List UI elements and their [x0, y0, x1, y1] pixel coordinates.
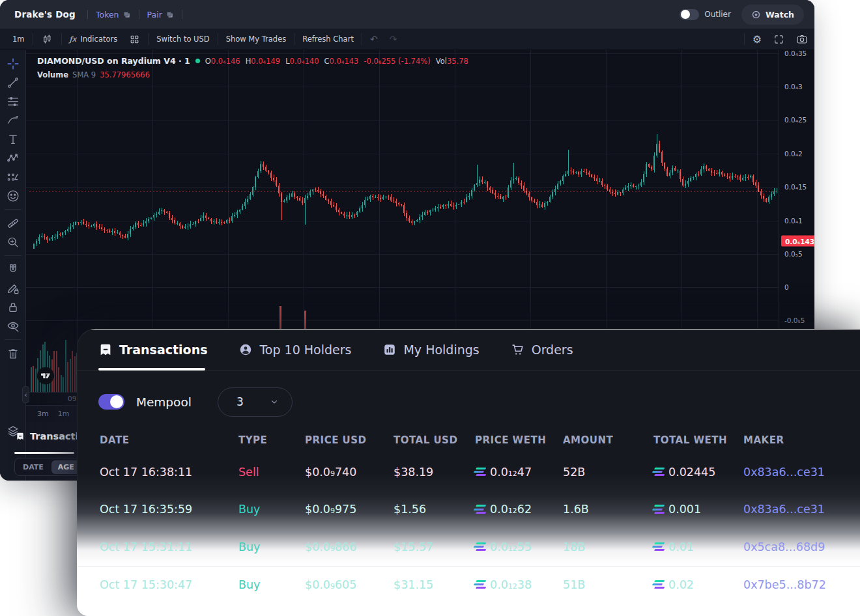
emoji-icon[interactable]	[0, 186, 26, 205]
cell-total-usd: $31.15	[394, 578, 433, 591]
price-tick-label: 0.0₄35	[784, 49, 807, 57]
mempool-count-select[interactable]: 3	[218, 387, 293, 417]
panel-tabs: TransactionsTop 10 HoldersMy HoldingsOrd…	[98, 343, 573, 357]
candles-icon	[41, 33, 53, 46]
xabcd-pattern-icon[interactable]	[0, 148, 26, 167]
price-tick-label: -0.0₅5	[784, 316, 805, 324]
settings-gear-icon[interactable]: ⚙	[747, 33, 767, 46]
date-pill[interactable]: DATE	[16, 460, 50, 474]
undo-button[interactable]: ↶	[364, 29, 384, 49]
maker-address-link[interactable]: 0x83a6...ce31	[743, 503, 825, 516]
cell-total-usd: $1.56	[394, 503, 426, 516]
transaction-row[interactable]: Oct 17 15:31:11Buy$0.0₉866$15.570.0₁₂551…	[78, 528, 860, 566]
cell-amount: 52B	[563, 466, 585, 479]
sma-label: SMA 9	[72, 70, 96, 79]
mempool-controls: Mempool 3	[98, 387, 293, 417]
tab-label: Top 10 Holders	[259, 343, 351, 357]
ruler-icon[interactable]	[0, 214, 26, 232]
copy-icon[interactable]	[165, 10, 174, 19]
timeframe-1m[interactable]: 1m	[58, 410, 70, 418]
camera-icon[interactable]	[790, 33, 808, 45]
transactions-table-body: Oct 17 16:38:11Sell$0.0₉740$38.190.0₁₂47…	[78, 453, 860, 603]
drawing-tools-sidebar	[0, 50, 26, 481]
pair-copy-button[interactable]: Pair	[147, 10, 174, 20]
sma-value: 35.77965666	[100, 70, 150, 79]
toggle-knob	[110, 395, 123, 408]
chart-toolbar: 1m ƒx Indicators Switch to USD Show My T…	[0, 29, 814, 50]
refresh-chart-button[interactable]: Refresh Chart	[296, 29, 360, 49]
market-status-dot	[195, 59, 200, 63]
solana-icon	[475, 468, 485, 477]
transaction-row[interactable]: Oct 17 16:38:11Sell$0.0₉740$38.190.0₁₂47…	[78, 453, 860, 491]
edit-lock-icon[interactable]	[0, 279, 26, 298]
ohlc-item: Vol35.78	[436, 57, 468, 66]
mempool-toggle[interactable]	[98, 394, 124, 410]
text-icon[interactable]	[0, 130, 26, 148]
cell-type: Sell	[238, 466, 259, 479]
solana-icon	[653, 468, 663, 477]
cell-total-weth: 0.001	[653, 503, 701, 516]
divider	[148, 33, 149, 45]
transaction-row[interactable]: Oct 17 16:35:59Buy$0.0₉975$1.560.0₁₂621.…	[78, 491, 860, 529]
maker-address-link[interactable]: 0x83a6...ce31	[743, 466, 825, 479]
eye-hide-icon[interactable]	[0, 316, 26, 335]
layout-grid-button[interactable]	[123, 29, 146, 49]
outlier-toggle[interactable]	[680, 9, 699, 20]
interval-button[interactable]: 1m	[7, 29, 31, 49]
toggle-knob	[681, 10, 690, 19]
cell-total-usd: $38.19	[394, 466, 433, 479]
ohlc-item: H0.0₄149	[246, 57, 281, 66]
cell-type: Buy	[238, 503, 260, 516]
zoom-in-icon[interactable]	[0, 232, 26, 251]
holdings-chart-icon	[382, 343, 397, 357]
solana-icon	[475, 580, 485, 589]
price-tick-label: 0.0₅5	[784, 250, 803, 258]
maker-address-link[interactable]: 0x5ca8...68d9	[743, 540, 825, 553]
lock-icon[interactable]	[0, 298, 26, 316]
redo-button[interactable]: ↷	[384, 29, 403, 49]
receipt-icon	[16, 432, 25, 441]
tab-orders[interactable]: Orders	[511, 343, 573, 357]
divider	[139, 10, 139, 19]
time-tick-label: 09	[68, 395, 76, 402]
crosshair-icon[interactable]	[0, 54, 26, 73]
maker-address-link[interactable]: 0x7be5...8b72	[743, 578, 826, 591]
eye-target-icon	[751, 10, 761, 20]
copy-icon[interactable]	[122, 10, 131, 19]
tab-label: Transactions	[119, 343, 207, 357]
fx-icon: ƒx	[70, 35, 77, 44]
candle-style-button[interactable]	[35, 29, 59, 49]
chart-symbol-title: DIAMOND/USD on Raydium V4 · 1	[37, 56, 190, 66]
switch-to-usd-button[interactable]: Switch to USD	[150, 29, 215, 49]
fib-lines-icon[interactable]	[0, 92, 26, 111]
brush-icon[interactable]	[0, 111, 26, 130]
price-tick-label: 0.0₄1	[784, 217, 803, 225]
magnet-icon[interactable]	[0, 260, 26, 279]
solana-icon	[653, 542, 663, 552]
tab-my-holdings[interactable]: My Holdings	[382, 343, 479, 357]
fullscreen-icon[interactable]	[767, 34, 790, 45]
holders-badge-icon	[238, 343, 253, 357]
column-header-maker: MAKER	[743, 434, 784, 446]
cell-date: Oct 17 15:30:47	[100, 578, 192, 591]
tab-transactions[interactable]: Transactions	[98, 343, 207, 357]
cell-price-usd: $0.0₉975	[305, 503, 356, 516]
cart-icon	[511, 343, 525, 357]
watch-button[interactable]: Watch	[741, 5, 804, 25]
transaction-row[interactable]: Oct 17 15:30:47Buy$0.0₉605$31.150.0₁₂385…	[78, 566, 860, 604]
cell-amount: 18B	[563, 540, 585, 553]
token-copy-button[interactable]: Token	[96, 10, 131, 20]
divider	[362, 33, 362, 45]
indicators-button[interactable]: ƒx Indicators	[64, 29, 124, 49]
cell-amount: 1.6B	[563, 503, 589, 516]
tab-top-10-holders[interactable]: Top 10 Holders	[238, 343, 351, 357]
timeframe-3m[interactable]: 3m	[37, 410, 49, 418]
trend-line-icon[interactable]	[0, 73, 26, 92]
show-my-trades-button[interactable]: Show My Trades	[220, 29, 293, 49]
column-header-amount: AMOUNT	[563, 434, 613, 446]
cell-type: Buy	[238, 540, 260, 553]
projection-icon[interactable]	[0, 167, 26, 186]
divider	[218, 33, 218, 45]
grid-icon	[129, 34, 140, 45]
trash-icon[interactable]	[0, 344, 26, 363]
